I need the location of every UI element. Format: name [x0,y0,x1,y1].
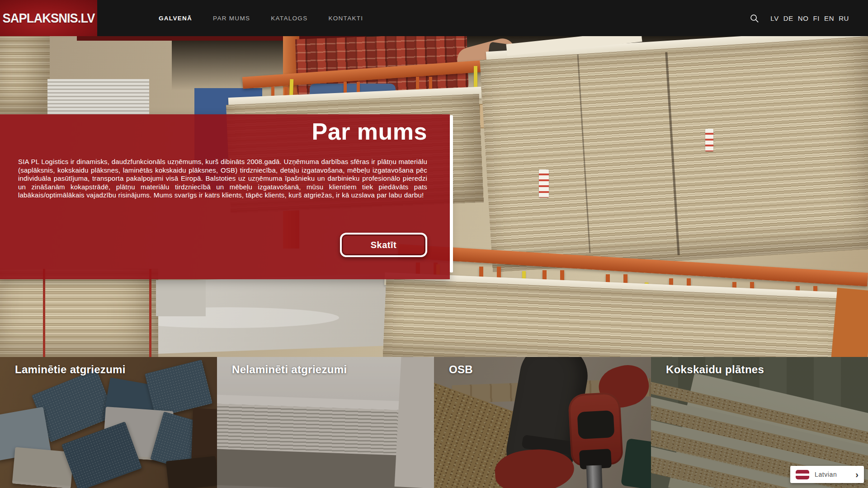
language-links: LV DE NO FI EN RU [770,14,849,22]
about-paragraph: SIA PL Logistics ir dinamisks, daudzfunk… [18,158,427,200]
skatit-button[interactable]: Skatīt [340,233,427,257]
card-nelamineti-atgriezumi[interactable]: Nelaminēti atgriezumi [217,357,434,488]
stack-label [705,129,713,151]
card-title: Laminētie atgriezumi [15,363,126,376]
language-label: Latvian [815,471,850,478]
category-cards: Laminētie atgriezumi Nelaminēti atgriezu… [0,357,868,488]
slider-bar[interactable] [450,115,453,272]
chipboard-stack [0,36,50,115]
plywood-stack-left [0,269,158,357]
card-osb[interactable]: OSB [434,357,651,488]
logo-text: SAPLAKSNIS.LV [3,11,95,26]
card-title: Nelaminēti atgriezumi [232,363,347,376]
nav-item-katalogs[interactable]: KATALOGS [271,15,307,22]
lang-lv[interactable]: LV [770,14,778,22]
lang-no[interactable]: NO [798,14,809,22]
card-title: OSB [449,363,473,376]
orange-machine [831,288,868,357]
stack-label [539,169,549,197]
latvian-flag-icon [796,470,809,479]
main-nav: GALVENĀ PAR MUMS KATALOGS KONTAKTI [159,15,363,22]
language-selector[interactable]: Latvian › [790,466,864,483]
card-overlay [434,357,651,488]
gray-stack [156,280,206,316]
red-strapping [43,269,45,357]
header-right: LV DE NO FI EN RU [749,13,868,23]
lang-fi[interactable]: FI [813,14,820,22]
sheet-stack [47,79,149,115]
header: SAPLAKSNIS.LV GALVENĀ PAR MUMS KATALOGS … [0,0,868,36]
card-laminetie-atgriezumi[interactable]: Laminētie atgriezumi [0,357,217,488]
plywood-stack-large [480,36,868,272]
red-strapping [149,269,151,357]
chevron-right-icon: › [855,470,859,479]
nav-item-galvena[interactable]: GALVENĀ [159,15,192,22]
lang-ru[interactable]: RU [839,14,849,22]
card-overlay [217,357,434,488]
about-title: Par mums [312,118,427,145]
about-panel: Par mums SIA PL Logistics ir dinamisks, … [0,114,450,279]
lang-en[interactable]: EN [824,14,834,22]
nav-item-kontakti[interactable]: KONTAKTI [328,15,363,22]
logo[interactable]: SAPLAKSNIS.LV [0,0,97,36]
page: SAPLAKSNIS.LV GALVENĀ PAR MUMS KATALOGS … [0,0,868,488]
card-title: Kokskaidu plātnes [666,363,764,376]
lang-de[interactable]: DE [783,14,793,22]
search-icon[interactable] [749,13,760,23]
card-overlay [0,357,217,488]
nav-item-par-mums[interactable]: PAR MUMS [213,15,250,22]
